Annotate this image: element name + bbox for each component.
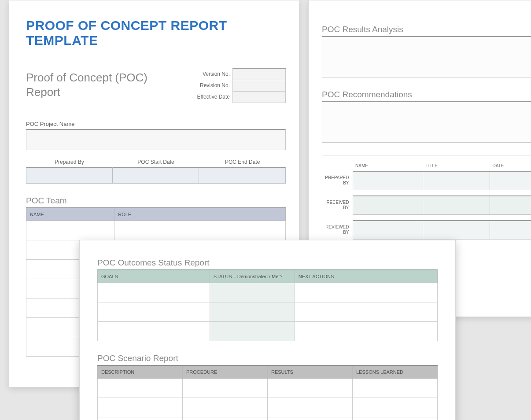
outcomes-table: GOALS STATUS – Demonstrated / Met? NEXT … — [97, 269, 438, 341]
revision-label: Revision No. — [197, 80, 233, 91]
sig-header-name: NAME — [353, 163, 423, 171]
poc-template-page-3: POC Outcomes Status Report GOALS STATUS … — [79, 240, 456, 420]
outcomes-header-status: STATUS – Demonstrated / Met? — [210, 270, 295, 283]
sig-input[interactable] — [353, 221, 423, 239]
sig-input[interactable] — [490, 221, 531, 239]
revision-input[interactable] — [233, 80, 286, 91]
sig-row-prepared-label: PREPARED BY — [322, 171, 353, 190]
project-name-input[interactable] — [26, 129, 286, 150]
sig-row-received-label: RECEIVED BY — [322, 196, 353, 214]
document-title: PROOF OF CONCEPT REPORT TEMPLATE — [26, 18, 286, 48]
outcomes-cell[interactable] — [210, 322, 295, 341]
version-input[interactable] — [233, 68, 286, 80]
divider — [322, 155, 531, 155]
sig-input[interactable] — [490, 196, 531, 214]
results-section-heading: POC Results Analysis — [322, 25, 531, 34]
document-subtitle: Proof of Concept (POC) Report — [26, 70, 184, 99]
sig-row-reviewed-label: REVIEWED BY — [322, 221, 353, 239]
outcomes-cell[interactable] — [98, 302, 210, 322]
outcomes-cell[interactable] — [210, 283, 295, 302]
outcomes-cell[interactable] — [98, 283, 210, 302]
sig-header-date: DATE — [490, 163, 531, 171]
scenario-cell[interactable] — [183, 417, 268, 420]
outcomes-cell[interactable] — [295, 322, 437, 341]
prepared-by-label: Prepared By — [26, 159, 113, 165]
sig-input[interactable] — [353, 171, 423, 190]
sig-input[interactable] — [423, 196, 490, 214]
scenario-header-desc: DESCRIPTION — [98, 365, 183, 379]
recs-section-heading: POC Recommendations — [322, 90, 531, 99]
team-header-name: NAME — [26, 208, 114, 221]
scenario-cell[interactable] — [183, 398, 268, 417]
scenario-cell[interactable] — [183, 379, 268, 398]
project-name-label: POC Project Name — [26, 121, 286, 127]
scenario-cell[interactable] — [268, 379, 353, 398]
prepared-by-input[interactable] — [26, 167, 113, 184]
outcomes-cell[interactable] — [98, 322, 210, 341]
scenario-header-lessons: LESSONS LEARNED — [353, 365, 438, 379]
scenario-cell[interactable] — [353, 398, 438, 417]
scenario-cell[interactable] — [98, 417, 183, 420]
outcomes-cell[interactable] — [210, 302, 295, 322]
scenario-header-proc: PROCEDURE — [183, 365, 268, 379]
start-date-label: POC Start Date — [113, 159, 199, 165]
sig-header-title: TITLE — [423, 163, 490, 171]
outcomes-cell[interactable] — [295, 302, 437, 322]
signoff-table: NAME TITLE DATE PREPARED BY RECEIVED BY … — [322, 163, 531, 239]
scenario-table: DESCRIPTION PROCEDURE RESULTS LESSONS LE… — [97, 365, 438, 420]
start-date-input[interactable] — [113, 167, 199, 184]
outcomes-header-goals: GOALS — [98, 270, 210, 283]
sig-input[interactable] — [423, 171, 490, 190]
team-section-heading: POC Team — [26, 196, 286, 206]
scenario-cell[interactable] — [353, 379, 438, 398]
version-label: Version No. — [197, 68, 233, 80]
scenario-cell[interactable] — [98, 398, 183, 417]
team-cell[interactable] — [114, 221, 286, 240]
sig-input[interactable] — [490, 171, 531, 190]
scenario-section-heading: POC Scenario Report — [97, 354, 438, 363]
document-meta-table: Version No. Revision No. Effective Date — [197, 68, 286, 103]
outcomes-header-next: NEXT ACTIONS — [295, 270, 437, 283]
outcomes-section-heading: POC Outcomes Status Report — [97, 258, 438, 268]
team-header-role: ROLE — [114, 208, 286, 221]
scenario-cell[interactable] — [268, 417, 353, 420]
scenario-cell[interactable] — [353, 417, 438, 420]
recommendations-input[interactable] — [322, 101, 531, 143]
scenario-cell[interactable] — [98, 379, 183, 398]
end-date-input[interactable] — [199, 167, 286, 184]
results-analysis-input[interactable] — [322, 36, 531, 77]
end-date-label: POC End Date — [199, 159, 286, 165]
sig-input[interactable] — [353, 196, 423, 214]
scenario-header-results: RESULTS — [268, 365, 353, 379]
effective-date-input[interactable] — [233, 91, 286, 103]
effective-date-label: Effective Date — [197, 91, 233, 103]
outcomes-cell[interactable] — [295, 283, 437, 302]
scenario-cell[interactable] — [268, 398, 353, 417]
team-cell[interactable] — [26, 221, 114, 240]
sig-input[interactable] — [423, 221, 490, 239]
